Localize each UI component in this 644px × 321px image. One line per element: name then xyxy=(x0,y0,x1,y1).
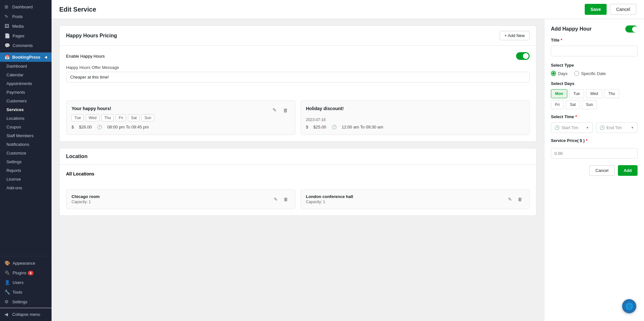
day-btn-mon[interactable]: Mon xyxy=(551,89,567,98)
plugins-badge: 4 xyxy=(28,271,34,275)
sidebar-item-dashboard[interactable]: ⊞Dashboard xyxy=(0,2,52,12)
bp-item-services[interactable]: Services xyxy=(0,105,52,114)
sidebar-item-users[interactable]: 👤Users xyxy=(0,278,52,287)
enable-happy-hours-label: Enable Happy Hours xyxy=(66,54,105,59)
bp-item-dashboard[interactable]: Dashboard xyxy=(0,62,52,71)
page-title: Edit Service xyxy=(59,6,96,13)
bp-item-appointments[interactable]: Appointments xyxy=(0,79,52,88)
happy-hour-card-meta: $ $26.00 🕐 08:00 pm To 09:45 pm xyxy=(72,125,290,129)
clock-icon-end: 🕐 xyxy=(600,125,605,130)
bp-item-customize[interactable]: Customize xyxy=(0,149,52,157)
bp-item-settings[interactable]: Settings xyxy=(0,157,52,166)
all-locations-label-row: All Locations xyxy=(60,165,536,183)
rp-specific-date-radio[interactable] xyxy=(574,71,579,76)
rp-days-row1: MonTueWedThu xyxy=(551,89,638,98)
bookingpress-label: BookingPress xyxy=(12,55,40,60)
pages-icon: 📄 xyxy=(5,33,10,38)
rp-select-days-label: Select Days xyxy=(551,81,638,86)
rp-price-input[interactable] xyxy=(551,148,638,159)
location-card: Chicago room Capacity: 1 ✎ 🗑 xyxy=(66,189,295,209)
sidebar-item-comments[interactable]: 💬Comments xyxy=(0,41,52,50)
rp-days-radio[interactable] xyxy=(551,71,556,76)
float-help-button[interactable]: 🌐 xyxy=(622,299,636,313)
price-icon: $ xyxy=(72,125,74,129)
plugins-icon: 🔌 xyxy=(5,270,10,275)
bookingpress-arrow-icon: ◀ xyxy=(44,55,47,59)
comments-icon: 💬 xyxy=(5,43,10,48)
rp-title-row: Add Happy Hour xyxy=(551,25,638,33)
sidebar-item-media[interactable]: 🖼Media xyxy=(0,21,52,31)
location-grid: Chicago room Capacity: 1 ✎ 🗑 London conf… xyxy=(60,183,536,215)
bp-item-customers[interactable]: Customers xyxy=(0,97,52,105)
clock-icon: 🕐 xyxy=(97,125,102,129)
edit-happy-hour-button[interactable]: ✎ xyxy=(271,107,279,114)
rp-start-time-label: Start Tim xyxy=(562,125,578,130)
location-info: London conference hall Capacity: 1 xyxy=(306,194,353,204)
edit-location-button[interactable]: ✎ xyxy=(272,196,280,203)
bp-item-license[interactable]: License xyxy=(0,175,52,184)
rp-end-time-select[interactable]: 🕐 End Tim ▼ xyxy=(596,122,638,133)
day-badge: Sat xyxy=(128,114,139,121)
rp-toggle[interactable] xyxy=(625,25,638,33)
bp-item-staff-members[interactable]: Staff Members xyxy=(0,131,52,140)
price-icon: $ xyxy=(306,125,308,129)
bookingpress-menu-item[interactable]: 📅 BookingPress ◀ xyxy=(0,52,52,62)
rp-specific-date-option[interactable]: Specific Date xyxy=(574,71,606,76)
day-btn-thu[interactable]: Thu xyxy=(604,89,619,98)
rp-days-option[interactable]: Days xyxy=(551,71,568,76)
save-button[interactable]: Save xyxy=(585,4,607,15)
bp-item-reports[interactable]: Reports xyxy=(0,166,52,175)
happy-hour-price: $25.00 xyxy=(313,125,326,129)
day-btn-fri[interactable]: Fri xyxy=(551,100,564,109)
delete-location-button[interactable]: 🗑 xyxy=(516,196,524,203)
bp-item-locations[interactable]: Locations xyxy=(0,114,52,123)
sidebar-item-settings[interactable]: ⚙Settings xyxy=(0,297,52,307)
bp-item-coupon[interactable]: Coupon xyxy=(0,123,52,131)
location-title: Location xyxy=(66,154,88,159)
happy-hour-card-title: Holiday discount! xyxy=(306,106,344,111)
sidebar-item-collapse[interactable]: ◀ Collapse menu xyxy=(0,309,52,319)
rp-footer: Cancel Add xyxy=(551,165,638,176)
offer-message-input[interactable] xyxy=(66,72,530,82)
offer-message-label: Happy Hours Offer Message xyxy=(66,65,530,70)
bp-item-calendar[interactable]: Calendar xyxy=(0,71,52,79)
delete-location-button[interactable]: 🗑 xyxy=(282,196,290,203)
cancel-button[interactable]: Cancel xyxy=(610,4,636,15)
bp-item-notifications[interactable]: Notifications xyxy=(0,140,52,149)
happy-hour-cards-container: Your happy hours! ✎ 🗑 TueWedThuFriSatSun… xyxy=(60,94,536,141)
rp-title-input[interactable] xyxy=(551,46,638,56)
location-header: Location xyxy=(60,148,536,165)
day-btn-sun[interactable]: Sun xyxy=(582,100,597,109)
rp-days-label: Days xyxy=(558,71,568,76)
sidebar-item-pages[interactable]: 📄Pages xyxy=(0,31,52,41)
happy-hour-card: Your happy hours! ✎ 🗑 TueWedThuFriSatSun… xyxy=(66,100,295,135)
bp-item-payments[interactable]: Payments xyxy=(0,88,52,97)
happy-hour-time: 08:00 pm To 09:45 pm xyxy=(107,125,149,129)
sidebar-item-appearance[interactable]: 🎨Appearance xyxy=(0,258,52,268)
sidebar-item-tools[interactable]: 🔧Tools xyxy=(0,287,52,297)
clock-icon-start: 🕐 xyxy=(554,125,560,130)
delete-happy-hour-button[interactable]: 🗑 xyxy=(281,107,290,114)
rp-end-time-label: End Tim xyxy=(607,125,622,130)
enable-happy-hours-toggle[interactable] xyxy=(516,52,530,60)
edit-location-button[interactable]: ✎ xyxy=(506,196,514,203)
add-new-happy-hour-button[interactable]: + Add New xyxy=(500,31,530,40)
rp-start-time-select[interactable]: 🕐 Start Tim ▼ xyxy=(551,122,593,133)
day-btn-sat[interactable]: Sat xyxy=(566,100,580,109)
bp-item-add-ons[interactable]: Add-ons xyxy=(0,184,52,192)
location-info: Chicago room Capacity: 1 xyxy=(72,194,100,204)
tools-icon: 🔧 xyxy=(5,289,10,295)
rp-cancel-button[interactable]: Cancel xyxy=(589,165,614,176)
sidebar-item-posts[interactable]: ✎Posts xyxy=(0,12,52,21)
appearance-icon: 🎨 xyxy=(5,260,10,266)
day-btn-tue[interactable]: Tue xyxy=(569,89,584,98)
rp-add-button[interactable]: Add xyxy=(618,165,638,176)
top-bar-actions: Save Cancel xyxy=(585,4,636,15)
day-badge: Fri xyxy=(116,114,126,121)
location-section: Location All Locations Chicago room Capa… xyxy=(59,148,536,216)
location-capacity: Capacity: 1 xyxy=(72,200,100,204)
sidebar-item-plugins[interactable]: 🔌Plugins4 xyxy=(0,268,52,278)
happy-hour-card: Holiday discount! 2023-07-16 $ $25.00 🕐 … xyxy=(301,100,530,135)
happy-hours-section: Happy Hours Pricing + Add New Enable Hap… xyxy=(59,25,536,142)
day-btn-wed[interactable]: Wed xyxy=(586,89,602,98)
